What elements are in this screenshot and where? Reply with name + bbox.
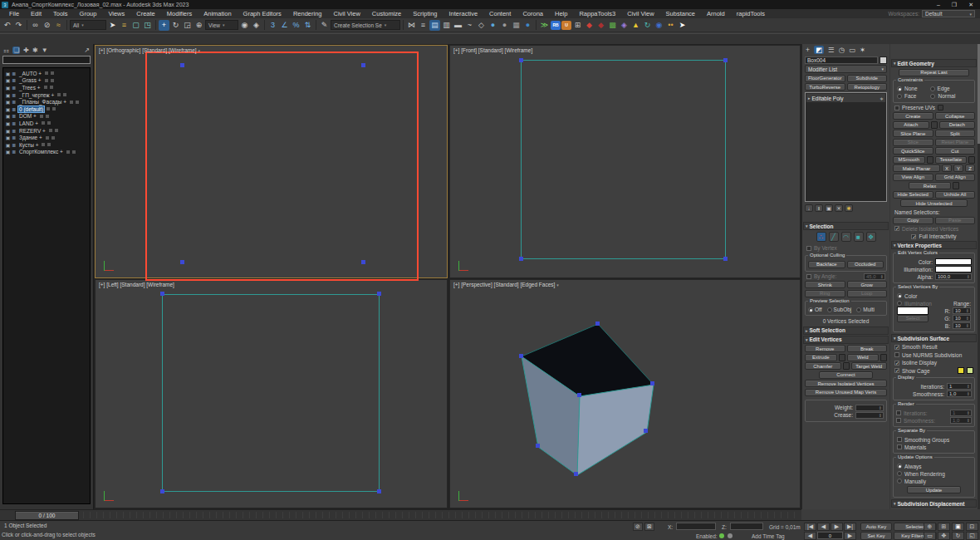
enabled-gray-dot-icon[interactable] (728, 533, 733, 538)
msmooth-button[interactable]: MSmooth (893, 156, 925, 164)
blue-sphere-icon[interactable]: ◉ (654, 20, 664, 31)
link-icon[interactable]: ∞ (30, 20, 41, 31)
range-r-spinner[interactable]: 10 (953, 307, 971, 314)
crease-spinner[interactable] (855, 412, 884, 419)
material-editor-icon[interactable]: ● (488, 20, 498, 31)
cube-icon[interactable]: ▣ (5, 71, 11, 76)
hide-unselected-button[interactable]: Hide Unselected (900, 199, 968, 207)
pivot-center-icon[interactable]: ◉ (239, 20, 250, 31)
maximize-button[interactable]: ❐ (952, 2, 957, 8)
split-button[interactable]: Split (935, 130, 976, 137)
subdivide-button[interactable]: Subdivide (847, 75, 888, 82)
render-smoothness-checkbox[interactable] (896, 418, 901, 423)
angle-snap-icon[interactable]: ∠ (279, 20, 290, 31)
vertex-handle[interactable] (361, 63, 365, 67)
cube-icon[interactable]: ▣ (5, 106, 11, 112)
collapse-button[interactable]: Collapse (935, 112, 976, 120)
cube-icon[interactable]: ▣ (5, 142, 11, 148)
vertex-handle[interactable] (536, 444, 540, 448)
vertex-handle[interactable] (377, 489, 381, 493)
update-always-radio[interactable] (897, 464, 902, 469)
layer-name[interactable]: Кусты + (18, 142, 39, 148)
show-cage-checkbox[interactable] (894, 368, 899, 373)
plugin-chevrons-icon[interactable]: ≫ (539, 20, 550, 31)
polygon-mode-icon[interactable]: ■ (854, 232, 864, 242)
auto-key-button[interactable]: Auto Key (860, 523, 892, 531)
rotate-icon[interactable]: ↻ (170, 20, 181, 31)
corona-gem-icon[interactable]: ◆ (584, 20, 595, 31)
full-interactivity-checkbox[interactable] (911, 234, 916, 239)
go-to-end-button[interactable]: ▶| (844, 523, 856, 531)
relax-settings-button[interactable] (953, 182, 959, 189)
preview-multi-radio[interactable] (856, 307, 861, 312)
turboreverse-button[interactable]: TurboReverse (805, 83, 845, 91)
menu-create[interactable]: Create (130, 10, 161, 17)
current-frame-field[interactable]: 0 (817, 532, 843, 539)
freeze-toggle-icon[interactable] (47, 121, 51, 125)
vertex-handle[interactable] (644, 429, 648, 433)
menu-civil-view-2[interactable]: Civil View (621, 10, 659, 17)
cube-icon[interactable]: ▣ (5, 128, 11, 134)
tab-create-icon[interactable]: + (806, 46, 810, 54)
close-button[interactable]: ✕ (968, 2, 973, 8)
constraint-edge-radio[interactable] (930, 86, 935, 91)
loop-button[interactable]: Loop (847, 290, 888, 297)
menu-substance[interactable]: Substance (660, 10, 701, 17)
cube-icon[interactable]: ▣ (5, 85, 11, 91)
make-planar-button[interactable]: Make Planar (893, 164, 940, 172)
layer-row-selected[interactable]: ▣≣0 (default) (3, 106, 90, 113)
freeze-toggle-icon[interactable] (50, 86, 53, 89)
modifier-list-dropdown[interactable]: Modifier List (805, 65, 887, 73)
extrude-button[interactable]: Extrude (805, 354, 837, 361)
menu-rappatools[interactable]: RappaTools3 (573, 10, 621, 17)
tab-display-icon[interactable]: ▭ (849, 46, 855, 54)
hide-toggle-icon[interactable] (42, 143, 45, 146)
track-bar[interactable]: 0 / 100 (0, 509, 801, 520)
selection-lock-toggle-icon[interactable]: ⊠ (644, 523, 654, 531)
go-to-start-button[interactable]: |◀ (804, 523, 816, 531)
shrink-button[interactable]: Shrink (805, 281, 845, 288)
slice-button[interactable]: Slice (893, 139, 933, 146)
align-icon[interactable]: ≡ (418, 20, 429, 31)
show-end-result-icon[interactable]: ‖ (815, 204, 823, 212)
coordsys-dropdown[interactable]: View (205, 20, 238, 30)
named-sets-dropdown[interactable]: Create Selection Se (331, 20, 400, 30)
materials-checkbox[interactable] (897, 444, 902, 449)
menu-rapidtools[interactable]: rapidTools (731, 10, 771, 17)
cube-icon[interactable]: ▣ (5, 135, 11, 140)
delete-isolated-checkbox[interactable] (894, 226, 899, 231)
layer-name[interactable]: _Trees + (18, 85, 42, 91)
cube-icon[interactable]: ▣ (5, 99, 11, 105)
extrude-settings-button[interactable] (839, 354, 845, 361)
layer-name[interactable]: _AUTO + (18, 71, 42, 76)
cut-button[interactable]: Cut (935, 147, 976, 155)
scale-icon[interactable]: ◲ (182, 20, 193, 31)
selection-filter-dropdown[interactable]: All (70, 20, 106, 30)
edge-mode-icon[interactable]: ╱ (829, 232, 839, 242)
layer-name[interactable]: Здание + (18, 135, 43, 140)
range-g-spinner[interactable]: 10 (953, 315, 971, 322)
vertex-handle[interactable] (160, 292, 164, 296)
chamfer-settings-button[interactable] (843, 362, 850, 370)
vertex-handle[interactable] (519, 257, 523, 261)
display-layers-icon[interactable]: ❏ (12, 47, 20, 54)
vertex-mode-icon[interactable]: ∴ (816, 232, 826, 242)
object-color-swatch[interactable] (880, 56, 887, 64)
menu-tools[interactable]: Tools (47, 10, 74, 17)
msmooth-settings-button[interactable] (927, 156, 933, 164)
spheres-icon[interactable]: •• (665, 20, 676, 31)
update-button[interactable]: Update (907, 486, 961, 493)
select-by-name-icon[interactable]: ≡ (119, 20, 130, 31)
hide-toggle-icon[interactable] (70, 101, 73, 104)
box-wireframe-left[interactable] (162, 294, 380, 492)
menu-civil-view[interactable]: Civil View (327, 10, 365, 17)
cage-color-swatch[interactable] (958, 367, 964, 374)
grid-align-button[interactable]: Grid Align (935, 174, 976, 181)
hide-toggle-icon[interactable] (47, 107, 50, 110)
tessellate-button[interactable]: Tessellate (935, 156, 968, 164)
display-smoothness-spinner[interactable]: 1,0 (947, 390, 972, 397)
selected-shape-wireframe[interactable] (145, 52, 419, 281)
scene-explorer-toggle-icon[interactable]: ▤ (429, 20, 440, 31)
layer-name[interactable]: 0 (default) (18, 106, 44, 112)
hide-toggle-icon[interactable] (66, 150, 70, 154)
